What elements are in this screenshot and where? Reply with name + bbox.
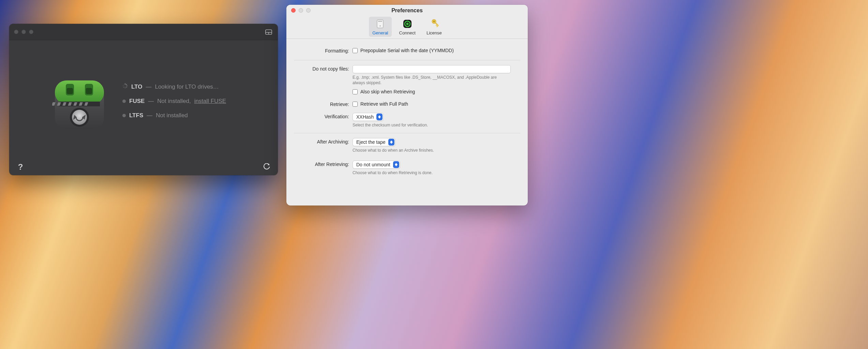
status-text: Looking for LTO drives… <box>155 84 219 90</box>
svg-rect-4 <box>55 80 104 104</box>
tab-general[interactable]: General <box>369 17 391 37</box>
sidebar-toggle-button[interactable] <box>264 29 273 35</box>
chevron-updown-icon <box>376 113 383 120</box>
select-value: Do not unmount <box>356 162 390 167</box>
status-fuse: FUSE — Not installed, install FUSE <box>122 98 226 105</box>
status-label: FUSE <box>129 98 145 105</box>
label-after-archiving: After Archiving: <box>294 138 353 145</box>
verification-select[interactable]: XXHash <box>353 113 384 121</box>
chevron-updown-icon <box>388 139 394 146</box>
svg-rect-15 <box>67 88 73 94</box>
svg-rect-28 <box>378 21 382 22</box>
after-archiving-select[interactable]: Eject the tape <box>353 138 395 146</box>
status-label: LTFS <box>129 112 143 119</box>
label-formatting: Formatting: <box>294 47 353 54</box>
tab-label: General <box>372 30 388 35</box>
svg-line-22 <box>126 87 127 88</box>
prefs-titlebar: Preferences <box>286 5 528 16</box>
verification-help: Select the checksum used for verificatio… <box>353 121 509 128</box>
status-text: Not installed, <box>157 98 191 105</box>
tab-connect[interactable]: Connect <box>396 17 419 37</box>
tab-label: License <box>426 30 442 35</box>
reload-button[interactable] <box>262 163 271 171</box>
checkbox-retrieve-fullpath[interactable]: Retrieve with Full Path <box>353 101 520 109</box>
status-dot-icon <box>122 100 126 103</box>
svg-marker-39 <box>378 117 381 119</box>
preferences-window: Preferences General Connect <box>286 5 528 206</box>
tab-label: Connect <box>399 30 416 35</box>
drive-icon <box>374 18 386 30</box>
app-icon <box>52 78 107 132</box>
label-after-retrieving: After Retrieving: <box>294 161 353 167</box>
window-title: Preferences <box>286 7 528 14</box>
donotcopy-input[interactable] <box>353 65 511 73</box>
close-icon[interactable] <box>291 8 296 13</box>
prefs-body: Formatting: Prepopulate Serial with the … <box>286 39 528 206</box>
after-retrieving-select[interactable]: Do not unmount <box>353 161 400 169</box>
checkbox-also-skip[interactable]: Also skip when Retrieving <box>353 88 520 96</box>
svg-point-29 <box>380 25 381 26</box>
tab-license[interactable]: License <box>423 17 445 37</box>
main-window: LTO — Looking for LTO drives… FUSE — Not… <box>9 24 278 175</box>
divider <box>294 60 520 60</box>
checkbox-label: Retrieve with Full Path <box>360 101 408 107</box>
connect-icon <box>402 18 413 30</box>
svg-marker-43 <box>395 165 398 166</box>
status-list: LTO — Looking for LTO drives… FUSE — Not… <box>122 83 226 119</box>
row-formatting: Formatting: Prepopulate Serial with the … <box>290 45 524 57</box>
row-retrieve: Retrieve: Retrieve with Full Path <box>290 98 524 111</box>
main-body: LTO — Looking for LTO drives… FUSE — Not… <box>9 40 278 175</box>
svg-line-24 <box>123 87 124 88</box>
svg-rect-16 <box>86 88 92 94</box>
minimize-icon[interactable] <box>299 8 303 13</box>
svg-point-32 <box>406 23 408 25</box>
chevron-updown-icon <box>393 161 399 168</box>
traffic-lights <box>14 30 33 34</box>
label-retrieve: Retrieve: <box>294 101 353 107</box>
checkbox-input[interactable] <box>353 89 358 94</box>
row-after-archiving: After Archiving: Eject the tape Choose w… <box>290 136 524 155</box>
spinner-icon <box>122 83 128 90</box>
status-dot-icon <box>122 114 126 117</box>
main-footer: ? <box>9 159 278 175</box>
divider <box>294 133 520 133</box>
checkbox-input[interactable] <box>353 48 358 53</box>
label-verification: Verification: <box>294 113 353 119</box>
svg-line-26 <box>123 84 124 85</box>
close-icon[interactable] <box>14 30 18 34</box>
checkbox-label: Prepopulate Serial with the date (YYMMDD… <box>360 48 454 53</box>
select-value: XXHash <box>356 114 374 120</box>
after-archiving-help: Choose what to do when an Archive finish… <box>353 146 509 153</box>
select-value: Eject the tape <box>356 139 386 145</box>
after-retrieving-help: Choose what to do when Retrieving is don… <box>353 169 509 176</box>
zoom-icon[interactable] <box>29 30 33 34</box>
help-button[interactable]: ? <box>16 163 25 171</box>
row-verification: Verification: XXHash Select the checksum… <box>290 111 524 130</box>
row-donotcopy: Do not copy files: E.g. .tmp; .xml. Syst… <box>290 63 524 98</box>
status-text: Not installed <box>156 112 188 119</box>
install-fuse-link[interactable]: install FUSE <box>194 98 226 105</box>
zoom-icon[interactable] <box>306 8 311 13</box>
donotcopy-help: E.g. .tmp; .xml. System files like .DS_S… <box>353 73 509 86</box>
row-after-retrieving: After Retrieving: Do not unmount Choose … <box>290 158 524 178</box>
traffic-lights <box>291 8 311 13</box>
key-icon <box>428 18 440 30</box>
status-label: LTO <box>131 84 142 90</box>
label-donotcopy: Do not copy files: <box>294 65 353 72</box>
status-lto: LTO — Looking for LTO drives… <box>122 83 226 90</box>
svg-line-20 <box>126 84 127 85</box>
checkbox-label: Also skip when Retrieving <box>360 89 415 94</box>
svg-marker-41 <box>390 142 393 144</box>
status-ltfs: LTFS — Not installed <box>122 112 226 119</box>
minimize-icon[interactable] <box>21 30 26 34</box>
checkbox-input[interactable] <box>353 102 358 107</box>
prefs-toolbar: General Connect <box>286 16 528 39</box>
checkbox-prepopulate-serial[interactable]: Prepopulate Serial with the date (YYMMDD… <box>353 47 520 55</box>
main-titlebar <box>9 24 278 40</box>
